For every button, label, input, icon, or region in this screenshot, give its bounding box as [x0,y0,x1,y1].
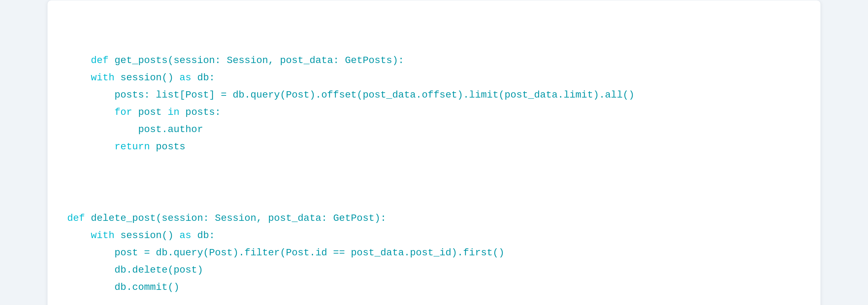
line-with-2: with session() as db: [67,230,215,241]
line-return-posts: return posts [67,141,185,152]
line-def-delete-post: def delete_post(session: Session, post_d… [67,213,386,224]
line-posts-query: posts: list[Post] = db.query(Post).offse… [67,89,634,100]
line-db-delete: db.delete(post) [67,264,203,275]
line-db-commit: db.commit() [67,282,179,293]
line-for-post: for post in posts: [67,107,221,118]
line-post-author: post.author [67,124,203,135]
line-post-query: post = db.query(Post).filter(Post.id == … [67,247,504,258]
code-container: def get_posts(session: Session, post_dat… [47,0,821,305]
function-gap [67,155,801,175]
line-def-get-posts: def get_posts(session: Session, post_dat… [91,55,404,66]
code-block: def get_posts(session: Session, post_dat… [67,17,801,305]
line-with-1: with session() as db: [67,72,215,83]
